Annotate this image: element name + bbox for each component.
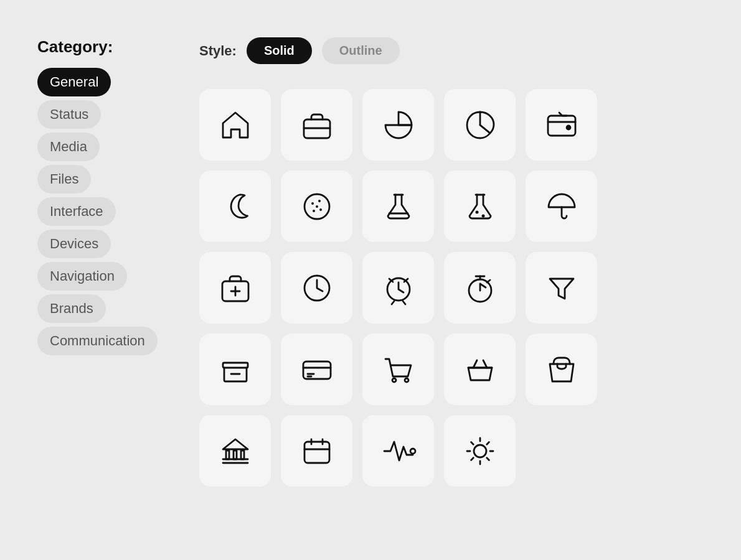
sidebar-item-brands[interactable]: Brands: [37, 294, 106, 323]
icon-basket[interactable]: [444, 334, 516, 405]
svg-line-21: [403, 301, 405, 304]
svg-point-6: [318, 200, 321, 202]
sidebar-item-communication[interactable]: Communication: [37, 327, 158, 355]
svg-rect-37: [226, 450, 229, 459]
svg-point-7: [319, 208, 322, 211]
icon-umbrella[interactable]: [526, 170, 597, 242]
main-content: Style: Solid Outline: [199, 37, 704, 487]
icon-activity[interactable]: [362, 415, 434, 487]
sidebar-item-status[interactable]: Status: [37, 100, 101, 129]
svg-line-54: [471, 457, 473, 460]
icon-flask[interactable]: [362, 170, 434, 242]
sidebar-item-general[interactable]: General: [37, 68, 111, 96]
svg-rect-38: [234, 450, 237, 459]
svg-point-5: [311, 202, 314, 205]
main-layout: Category: General Status Media Files Int…: [37, 37, 704, 487]
svg-point-3: [567, 126, 570, 129]
solid-button[interactable]: Solid: [247, 37, 312, 64]
icon-sun[interactable]: [444, 415, 516, 487]
svg-line-53: [486, 442, 489, 444]
icon-pie-chart-2[interactable]: [444, 89, 516, 161]
icon-alarm-clock[interactable]: [362, 252, 434, 324]
svg-point-12: [481, 214, 484, 217]
outline-button[interactable]: Outline: [322, 37, 400, 64]
svg-line-51: [471, 442, 473, 444]
style-row: Style: Solid Outline: [199, 37, 704, 64]
icon-bank[interactable]: [199, 415, 271, 487]
svg-line-52: [486, 457, 489, 460]
sidebar-item-devices[interactable]: Devices: [37, 230, 111, 258]
svg-point-33: [405, 378, 408, 382]
svg-point-9: [316, 205, 318, 208]
icon-archive[interactable]: [199, 334, 271, 405]
svg-line-20: [392, 301, 394, 304]
icon-wallet[interactable]: [526, 89, 597, 161]
svg-line-25: [487, 280, 490, 282]
svg-rect-41: [304, 442, 329, 463]
svg-point-11: [475, 210, 478, 213]
svg-marker-40: [223, 439, 248, 449]
icon-grid: [199, 89, 704, 487]
style-label: Style:: [199, 43, 237, 59]
svg-point-8: [313, 210, 315, 212]
svg-point-32: [392, 378, 396, 382]
icon-shopping-bag[interactable]: [526, 334, 597, 405]
svg-rect-26: [223, 363, 248, 368]
icon-stopwatch[interactable]: [444, 252, 516, 324]
icon-shopping-cart[interactable]: [362, 334, 434, 405]
svg-rect-2: [548, 116, 575, 136]
sidebar-item-files[interactable]: Files: [37, 165, 91, 194]
icon-calendar[interactable]: [281, 415, 352, 487]
icon-credit-card[interactable]: [281, 334, 352, 405]
sidebar: Category: General Status Media Files Int…: [37, 37, 162, 487]
sidebar-item-interface[interactable]: Interface: [37, 197, 116, 226]
icon-briefcase[interactable]: [281, 89, 352, 161]
sidebar-item-media[interactable]: Media: [37, 133, 100, 161]
category-label: Category:: [37, 37, 162, 57]
icon-flask-2[interactable]: [444, 170, 516, 242]
svg-rect-39: [241, 450, 244, 459]
icon-moon[interactable]: [199, 170, 271, 242]
icon-home[interactable]: [199, 89, 271, 161]
icon-pie-chart[interactable]: [362, 89, 434, 161]
icon-clock[interactable]: [281, 252, 352, 324]
sidebar-item-navigation[interactable]: Navigation: [37, 262, 127, 291]
icon-cookie[interactable]: [281, 170, 352, 242]
svg-point-46: [474, 445, 486, 457]
icon-filter[interactable]: [526, 252, 597, 324]
icon-medical-kit[interactable]: [199, 252, 271, 324]
svg-point-45: [410, 449, 415, 454]
